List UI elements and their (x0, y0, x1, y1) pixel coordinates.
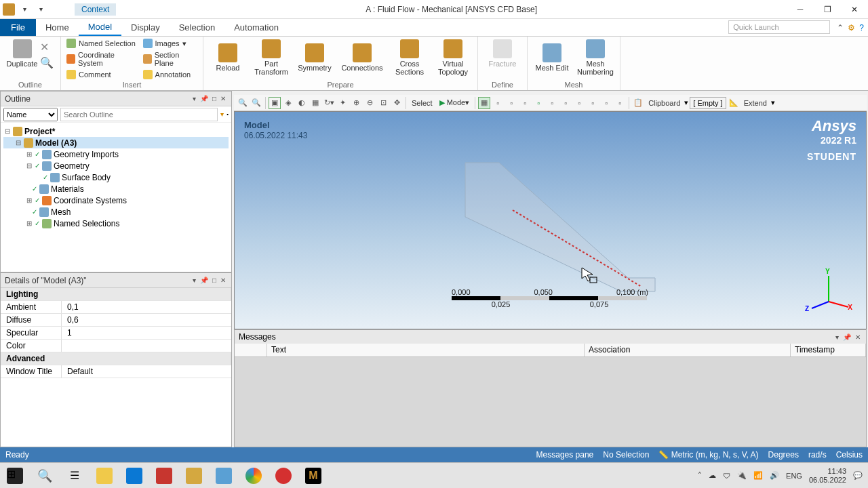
panel-max-icon[interactable]: □ (211, 95, 218, 102)
tree-surface-body[interactable]: ✓Surface Body (3, 171, 229, 183)
section-plane-button[interactable]: Section Plane (142, 50, 199, 68)
fracture-button[interactable]: Fracture (482, 38, 523, 69)
app1-button[interactable] (149, 463, 179, 489)
details-close-icon[interactable]: ✕ (219, 277, 227, 284)
section-advanced[interactable]: Advanced (1, 352, 231, 365)
tree-model[interactable]: ⊟Model (A3) (3, 137, 229, 148)
app2-button[interactable] (179, 463, 209, 489)
tray-lang[interactable]: ENG (786, 472, 802, 480)
msg-col-assoc[interactable]: Association (585, 344, 791, 357)
tree-materials[interactable]: ✓Materials (3, 183, 229, 195)
zoom-in-icon[interactable]: ⊕ (350, 97, 362, 109)
tray-notifications-icon[interactable]: 💬 (853, 471, 863, 480)
mode-dropdown[interactable]: ▶ Mode▾ (437, 98, 473, 107)
msg-col-ts[interactable]: Timestamp (791, 344, 866, 357)
filter-dot-icon[interactable]: • (226, 111, 229, 117)
tab-home[interactable]: Home (36, 19, 79, 36)
tree-geom-imports[interactable]: ⊞✓Geometry Imports (3, 148, 229, 160)
virtual-topology-button[interactable]: Virtual Topology (433, 38, 473, 77)
symmetry-button[interactable]: Symmetry (294, 38, 335, 77)
tree-project[interactable]: ⊟Project* (3, 125, 229, 137)
view-cube-icon[interactable]: ▣ (269, 97, 281, 109)
prop-specular[interactable]: Specular1 (1, 327, 231, 340)
tray-sound-icon[interactable]: 🔊 (770, 471, 779, 480)
mail-button[interactable] (119, 463, 149, 489)
extend-dropdown[interactable]: Extend (741, 99, 770, 107)
sel-b-icon[interactable]: ▫ (573, 97, 585, 109)
taskview-button[interactable]: ☰ (60, 463, 90, 489)
quick-launch-input[interactable]: Quick Launch (728, 20, 830, 34)
tray-power-icon[interactable]: 🔌 (737, 471, 747, 480)
sel-node-icon[interactable]: ▫ (532, 97, 545, 109)
context-tab[interactable]: Context (75, 3, 116, 16)
view-iso-icon[interactable]: ◈ (282, 97, 294, 109)
graphics-viewport[interactable]: Model 06.05.2022 11:43 Ansys 2022 R1 STU… (234, 111, 867, 329)
sel-c-icon[interactable]: ▫ (587, 97, 599, 109)
images-button[interactable]: Images▾ (142, 38, 199, 49)
duplicate-button[interactable]: Duplicate (7, 38, 37, 69)
tree-geometry[interactable]: ⊟✓Geometry (3, 160, 229, 171)
sel-face-icon[interactable]: ▫ (505, 97, 517, 109)
outline-filter-select[interactable]: Name (3, 108, 58, 121)
sel-a-icon[interactable]: ▫ (559, 97, 572, 109)
clipboard-dropdown[interactable]: Clipboard (646, 99, 683, 107)
tab-model[interactable]: Model (79, 19, 121, 36)
qat-save-icon[interactable]: ▾ (18, 3, 31, 16)
msg-dropdown-icon[interactable]: ▾ (834, 333, 840, 341)
reload-button[interactable]: Reload (208, 38, 248, 77)
annotation-button[interactable]: Annotation (142, 69, 199, 80)
status-msg-pane[interactable]: Messages pane (536, 450, 594, 460)
file-tab[interactable]: File (0, 19, 36, 36)
zoom-box-icon[interactable]: ⊡ (377, 97, 389, 109)
tray-clock[interactable]: 11:43 06.05.2022 (809, 467, 846, 483)
tab-automation[interactable]: Automation (224, 19, 288, 36)
sel-e-icon[interactable]: ▫ (614, 97, 626, 109)
msg-pin-icon[interactable]: 📌 (842, 333, 852, 341)
msg-col-text[interactable]: Text (267, 344, 585, 357)
details-pin-icon[interactable]: 📌 (199, 277, 210, 284)
rotate-icon[interactable]: ↻▾ (323, 97, 335, 109)
filter-dropdown-icon[interactable]: ▾ (220, 110, 224, 118)
tray-cloud-icon[interactable]: ☁ (709, 471, 716, 480)
collapse-ribbon-icon[interactable]: ⌃ (837, 23, 844, 33)
center-icon[interactable]: ✦ (336, 97, 349, 109)
calc-button[interactable] (209, 463, 239, 489)
minimize-button[interactable]: ─ (787, 0, 814, 19)
outline-search-input[interactable] (60, 108, 218, 121)
orientation-triad[interactable]: Y X Z (805, 268, 852, 315)
mesh-numbering-button[interactable]: Mesh Numbering (575, 38, 616, 77)
zoom-fit-icon[interactable]: 🔍 (237, 97, 249, 109)
tray-defender-icon[interactable]: 🛡 (723, 472, 730, 480)
search-button[interactable]: 🔍 (30, 463, 60, 489)
details-dropdown-icon[interactable]: ▾ (191, 277, 197, 284)
clipboard-icon[interactable]: 📋 (632, 97, 644, 109)
tree-named-sel[interactable]: ⊞✓Named Selections (3, 218, 229, 229)
panel-dropdown-icon[interactable]: ▾ (191, 95, 197, 102)
sel-d-icon[interactable]: ▫ (600, 97, 612, 109)
help-icon[interactable]: ? (859, 23, 864, 33)
comment-button[interactable]: Comment (65, 69, 139, 80)
tray-up-icon[interactable]: ˄ (698, 471, 702, 480)
start-button[interactable]: ⊞ (0, 463, 30, 489)
msg-close-icon[interactable]: ✕ (854, 333, 862, 341)
panel-pin-icon[interactable]: 📌 (199, 95, 210, 102)
tray-wifi-icon[interactable]: 📶 (753, 471, 763, 480)
qat-dropdown-icon[interactable]: ▾ (34, 3, 47, 16)
named-selection-button[interactable]: Named Selection (65, 38, 139, 49)
cross-sections-button[interactable]: Cross Sections (389, 38, 430, 77)
close-button[interactable]: ✕ (841, 0, 868, 19)
explorer-button[interactable] (90, 463, 119, 489)
options-icon[interactable]: ⚙ (848, 23, 855, 33)
record-button[interactable] (269, 463, 298, 489)
tree-mesh[interactable]: ✓Mesh (3, 206, 229, 218)
select-label[interactable]: Select (409, 99, 435, 107)
chrome-button[interactable] (239, 463, 269, 489)
sel-elem-icon[interactable]: ▫ (546, 97, 558, 109)
view-shade-icon[interactable]: ◐ (296, 97, 308, 109)
tab-display[interactable]: Display (121, 19, 170, 36)
tab-selection[interactable]: Selection (170, 19, 224, 36)
delete-icon[interactable]: ✕ (40, 41, 54, 54)
tree-coord-systems[interactable]: ⊞✓Coordinate Systems (3, 195, 229, 206)
sel-body-icon[interactable]: ▫ (519, 97, 531, 109)
zoom-icon[interactable]: 🔍 (250, 97, 262, 109)
